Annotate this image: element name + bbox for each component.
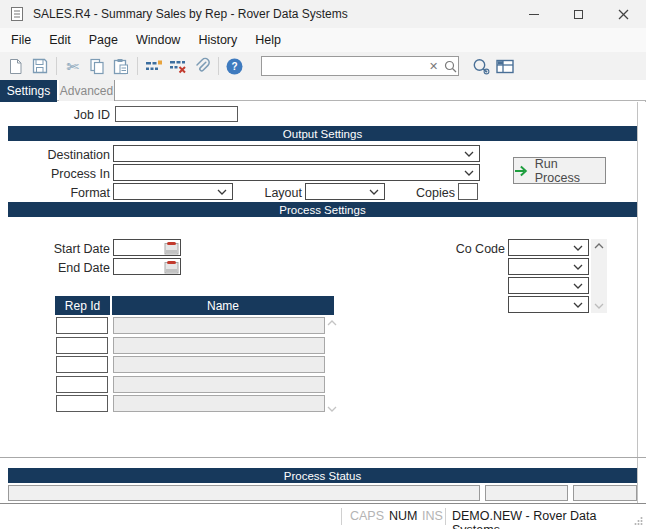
run-process-label: Run Process <box>535 157 605 185</box>
rep-name-field-1 <box>113 317 325 334</box>
maximize-button[interactable] <box>556 0 601 28</box>
process-in-select[interactable] <box>113 164 480 181</box>
rep-id-input-3[interactable] <box>56 356 108 373</box>
end-date-input[interactable] <box>114 260 163 274</box>
rep-id-field[interactable] <box>57 357 107 372</box>
chevron-down-icon <box>573 264 583 270</box>
new-document-icon <box>8 58 23 75</box>
toolbar-separator <box>137 57 138 75</box>
co-code-scrollbar[interactable] <box>591 239 607 313</box>
start-date-label: Start Date <box>0 242 110 256</box>
find-record-button[interactable] <box>469 55 492 78</box>
rep-id-input-1[interactable] <box>56 317 108 334</box>
menu-page[interactable]: Page <box>80 28 127 52</box>
help-button[interactable]: ? <box>223 55 246 78</box>
clear-search-icon[interactable]: ✕ <box>425 61 442 72</box>
caps-lock-indicator: CAPS <box>350 509 384 523</box>
menu-bar: File Edit Page Window History Help <box>0 28 646 52</box>
rep-scroll-down-icon[interactable] <box>327 406 337 412</box>
menu-window[interactable]: Window <box>127 28 189 52</box>
paste-icon <box>113 58 129 75</box>
process-status-field-3 <box>573 485 637 501</box>
destination-select[interactable] <box>113 145 480 162</box>
name-column-header: Name <box>112 296 334 315</box>
end-date-calendar-button[interactable] <box>163 259 180 274</box>
co-code-select-3[interactable] <box>508 277 589 294</box>
rep-id-input-2[interactable] <box>56 337 108 354</box>
paste-button[interactable] <box>109 55 132 78</box>
copy-icon <box>89 58 105 75</box>
scroll-up-icon[interactable] <box>594 243 604 249</box>
menu-help[interactable]: Help <box>246 28 290 52</box>
maximize-icon <box>574 10 583 19</box>
rep-id-field[interactable] <box>57 318 107 333</box>
layout-select[interactable] <box>305 183 385 200</box>
tab-settings[interactable]: Settings <box>0 80 57 102</box>
rep-id-column-header: Rep Id <box>55 296 110 315</box>
start-date-field <box>113 239 181 256</box>
format-select[interactable] <box>113 183 233 200</box>
rep-scroll-up-icon[interactable] <box>327 320 337 326</box>
new-document-button[interactable] <box>4 55 27 78</box>
run-process-button[interactable]: Run Process <box>513 157 606 184</box>
menu-file[interactable]: File <box>2 28 40 52</box>
find-record-icon <box>472 58 490 75</box>
copy-button[interactable] <box>85 55 108 78</box>
minimize-icon <box>529 14 539 15</box>
start-date-calendar-button[interactable] <box>163 240 180 255</box>
co-code-select-4[interactable] <box>508 296 589 313</box>
menu-history[interactable]: History <box>189 28 246 52</box>
copies-label: Copies <box>375 186 455 200</box>
end-date-field <box>113 258 181 275</box>
insert-mode-indicator: INS <box>422 509 443 523</box>
close-icon <box>618 9 629 20</box>
rep-id-field[interactable] <box>57 338 107 353</box>
delete-record-icon <box>169 59 187 74</box>
svg-text:?: ? <box>231 61 237 72</box>
end-date-label: End Date <box>0 261 110 275</box>
rep-id-input-4[interactable] <box>56 376 108 393</box>
rep-table-header: Rep Id Name <box>55 296 334 315</box>
chevron-down-icon <box>573 283 583 289</box>
scroll-down-icon[interactable] <box>594 303 604 309</box>
copies-input[interactable] <box>459 184 477 199</box>
menu-edit[interactable]: Edit <box>40 28 80 52</box>
layout-panels-button[interactable] <box>493 55 516 78</box>
tab-advanced-label: Advanced <box>60 84 113 98</box>
delete-record-button[interactable] <box>166 55 189 78</box>
chevron-down-icon <box>573 245 583 251</box>
rep-id-input-5[interactable] <box>56 395 108 412</box>
rep-id-field[interactable] <box>57 396 107 411</box>
chevron-down-icon <box>573 302 583 308</box>
cut-button[interactable]: ✄ <box>61 55 84 78</box>
attachment-button[interactable] <box>190 55 213 78</box>
rep-id-field[interactable] <box>57 377 107 392</box>
add-record-button[interactable] <box>142 55 165 78</box>
save-button[interactable] <box>28 55 51 78</box>
rep-name-field-3 <box>113 356 325 373</box>
resize-grip[interactable] <box>633 516 643 526</box>
job-id-input[interactable] <box>116 107 237 121</box>
rep-name-field-5 <box>113 395 325 412</box>
minimize-button[interactable] <box>511 0 556 28</box>
process-status-field-2 <box>485 485 568 501</box>
search-input[interactable] <box>262 58 425 74</box>
rep-name-field-4 <box>113 376 325 393</box>
content-right-border <box>637 102 638 503</box>
co-code-select-1[interactable] <box>508 239 589 256</box>
destination-label: Destination <box>0 148 110 162</box>
start-date-input[interactable] <box>114 241 163 255</box>
co-code-select-2[interactable] <box>508 258 589 275</box>
window-title: SALES.R4 - Summary Sales by Rep - Rover … <box>33 7 348 21</box>
format-label: Format <box>0 186 110 200</box>
close-button[interactable] <box>601 0 646 28</box>
search-icon[interactable] <box>442 60 461 73</box>
toolbar-separator <box>218 57 219 75</box>
attachment-icon <box>193 57 211 75</box>
process-status-header: Process Status <box>8 468 637 483</box>
tab-advanced[interactable]: Advanced <box>59 80 115 101</box>
calendar-icon <box>164 241 179 255</box>
tab-strip: Settings Advanced <box>0 80 646 101</box>
process-settings-header: Process Settings <box>8 202 637 217</box>
output-settings-title: Output Settings <box>283 128 362 140</box>
